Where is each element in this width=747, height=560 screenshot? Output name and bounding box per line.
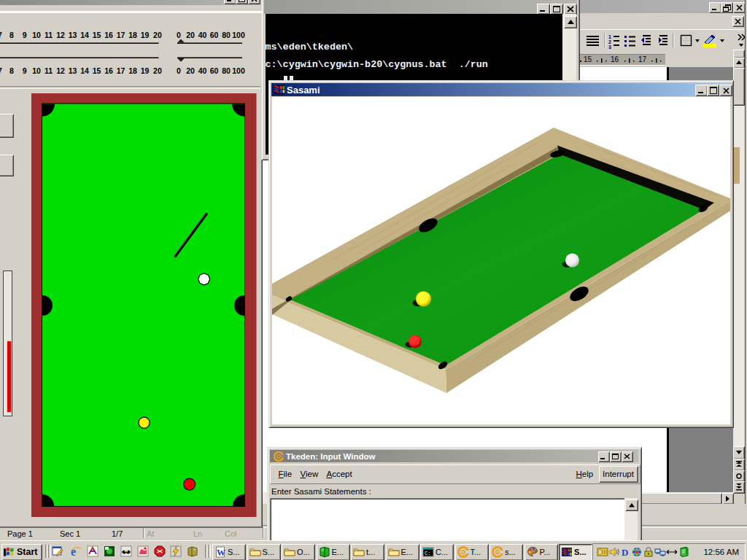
svg-text:17: 17	[117, 66, 125, 75]
svg-text:20: 20	[153, 31, 162, 39]
svg-text:0: 0	[177, 31, 181, 39]
svg-text:1: 1	[608, 34, 611, 39]
svg-text:18: 18	[128, 31, 137, 39]
svg-text:14: 14	[80, 66, 89, 75]
svg-text:16: 16	[104, 31, 113, 39]
svg-text:60: 60	[210, 31, 219, 39]
svg-text:19: 19	[141, 66, 150, 75]
svg-text:C:: C:	[425, 551, 430, 556]
svg-text:0: 0	[177, 66, 181, 75]
svg-text:7: 7	[0, 66, 2, 75]
svg-text:7: 7	[0, 31, 2, 39]
svg-text:3: 3	[608, 44, 611, 50]
svg-text:8: 8	[9, 66, 14, 75]
svg-text:13: 13	[69, 66, 77, 75]
svg-text:40: 40	[198, 31, 207, 39]
svg-text:14: 14	[80, 31, 89, 39]
svg-text:16: 16	[104, 66, 113, 75]
svg-text:15: 15	[93, 66, 101, 75]
svg-text:12: 12	[56, 66, 65, 75]
svg-text:W: W	[217, 548, 225, 558]
svg-text:9: 9	[23, 31, 27, 39]
svg-text:80: 80	[222, 66, 231, 75]
svg-text:17: 17	[117, 31, 125, 39]
svg-text:13: 13	[69, 31, 77, 39]
svg-text:12: 12	[56, 31, 65, 39]
svg-text:10: 10	[32, 31, 41, 39]
svg-text:19: 19	[141, 31, 150, 39]
svg-text:11: 11	[44, 31, 53, 39]
svg-text:10: 10	[32, 66, 41, 75]
svg-text:20: 20	[186, 66, 195, 75]
svg-text:2: 2	[608, 39, 611, 44]
svg-text:100: 100	[232, 31, 245, 39]
svg-text:11: 11	[44, 66, 53, 75]
svg-text:D: D	[622, 547, 628, 558]
svg-text:9: 9	[23, 66, 27, 75]
svg-text:60: 60	[210, 66, 219, 75]
svg-text:15: 15	[93, 31, 101, 39]
svg-text:18: 18	[128, 66, 137, 75]
svg-text:8: 8	[9, 31, 14, 39]
svg-text:40: 40	[198, 66, 207, 75]
svg-text:20: 20	[186, 31, 195, 39]
svg-text:20: 20	[153, 66, 162, 75]
svg-text:100: 100	[232, 66, 245, 75]
svg-text:80: 80	[222, 31, 231, 39]
